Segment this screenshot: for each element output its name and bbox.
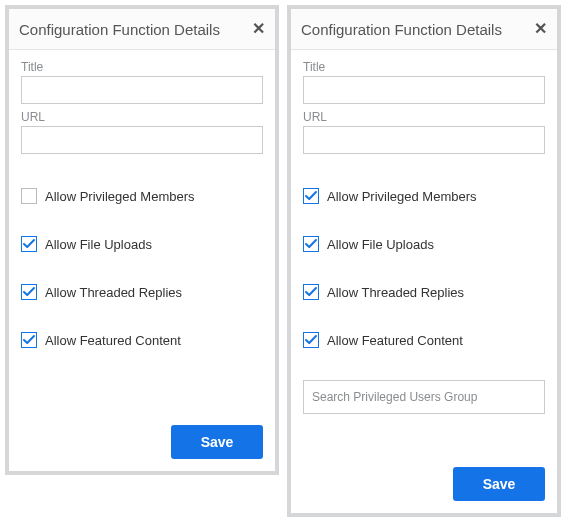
allow-featured-label: Allow Featured Content [327, 333, 463, 348]
url-label: URL [21, 110, 263, 124]
allow-threads-label: Allow Threaded Replies [327, 285, 464, 300]
allow-featured-label: Allow Featured Content [45, 333, 181, 348]
title-input[interactable] [303, 76, 545, 104]
allow-uploads-checkbox[interactable] [21, 236, 37, 252]
panel-title: Configuration Function Details [19, 21, 220, 38]
allow-uploads-checkbox[interactable] [303, 236, 319, 252]
allow-threads-checkbox[interactable] [21, 284, 37, 300]
search-privileged-input[interactable] [303, 380, 545, 414]
allow-privileged-label: Allow Privileged Members [327, 189, 477, 204]
allow-privileged-checkbox[interactable] [303, 188, 319, 204]
title-input[interactable] [21, 76, 263, 104]
config-panel-left: Configuration Function Details ✕ Title U… [5, 5, 279, 475]
panel-body: Title URL Allow Privileged Members Allow… [9, 50, 275, 348]
title-label: Title [303, 60, 545, 74]
allow-featured-checkbox[interactable] [21, 332, 37, 348]
allow-featured-checkbox[interactable] [303, 332, 319, 348]
config-panel-right: Configuration Function Details ✕ Title U… [287, 5, 561, 517]
allow-privileged-label: Allow Privileged Members [45, 189, 195, 204]
allow-uploads-label: Allow File Uploads [327, 237, 434, 252]
allow-privileged-checkbox[interactable] [21, 188, 37, 204]
url-input[interactable] [21, 126, 263, 154]
save-button[interactable]: Save [171, 425, 263, 459]
url-input[interactable] [303, 126, 545, 154]
allow-threads-checkbox[interactable] [303, 284, 319, 300]
checkbox-group: Allow Privileged Members Allow File Uplo… [21, 188, 263, 348]
close-icon[interactable]: ✕ [534, 21, 547, 37]
title-label: Title [21, 60, 263, 74]
save-button[interactable]: Save [453, 467, 545, 501]
allow-uploads-label: Allow File Uploads [45, 237, 152, 252]
checkbox-group: Allow Privileged Members Allow File Uplo… [303, 188, 545, 348]
close-icon[interactable]: ✕ [252, 21, 265, 37]
panel-footer: Save [441, 455, 557, 513]
panel-header: Configuration Function Details ✕ [9, 9, 275, 50]
url-label: URL [303, 110, 545, 124]
panel-header: Configuration Function Details ✕ [291, 9, 557, 50]
panel-body: Title URL Allow Privileged Members Allow… [291, 50, 557, 414]
panel-footer: Save [159, 413, 275, 471]
panel-title: Configuration Function Details [301, 21, 502, 38]
allow-threads-label: Allow Threaded Replies [45, 285, 182, 300]
